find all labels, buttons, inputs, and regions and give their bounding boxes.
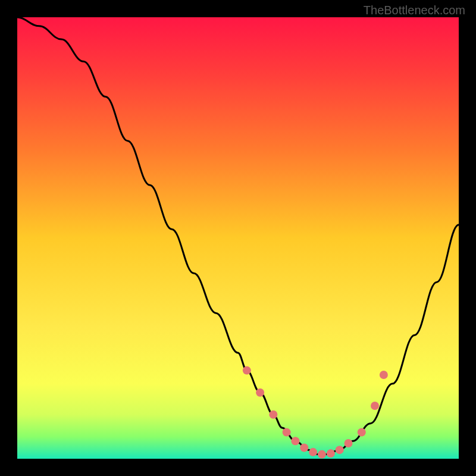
data-point — [336, 446, 344, 454]
data-point — [283, 428, 291, 436]
data-point — [380, 371, 388, 379]
data-point — [371, 402, 379, 410]
data-point — [318, 450, 326, 459]
data-point — [291, 437, 299, 445]
data-markers — [243, 367, 388, 459]
watermark-text: TheBottleneck.com — [364, 4, 465, 17]
data-point — [243, 367, 251, 375]
data-point — [269, 411, 277, 419]
data-point — [358, 428, 366, 436]
data-point — [345, 439, 353, 447]
bottleneck-curve — [17, 17, 459, 455]
curve-layer — [17, 17, 459, 459]
data-point — [300, 443, 308, 452]
data-point — [309, 448, 317, 456]
data-point — [327, 449, 335, 458]
plot-area — [17, 17, 459, 459]
data-point — [256, 389, 264, 397]
